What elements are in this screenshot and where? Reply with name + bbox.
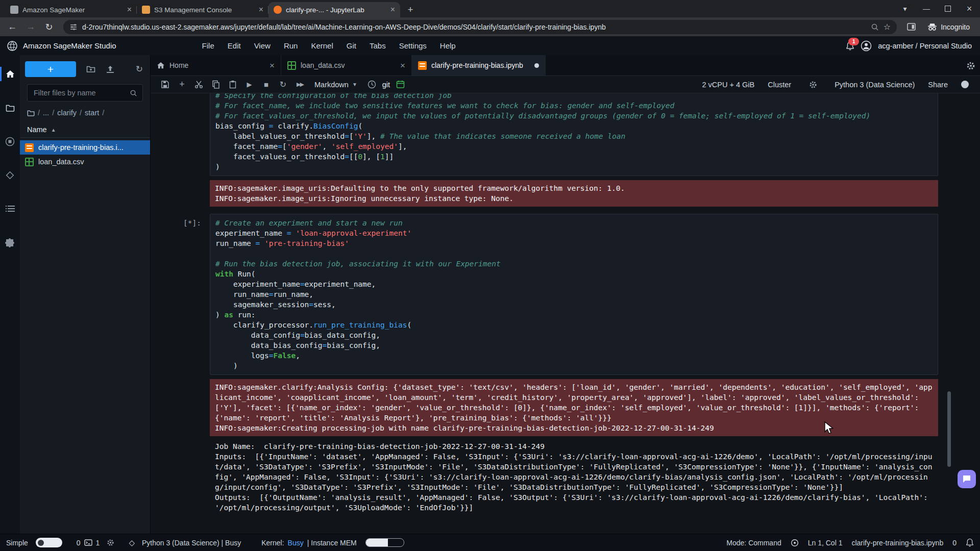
browser-tab-amazon-sagemaker[interactable]: Amazon SageMaker × [5,2,137,17]
studio-menubar: Amazon SageMaker Studio File Edit View R… [0,36,980,55]
filter-files-input[interactable] [33,88,126,97]
name-column-header[interactable]: Name [27,126,47,134]
doc-tab-loan-data-csv[interactable]: loan_data.csv × [281,55,412,76]
extensions-puzzle-icon[interactable] [5,237,16,248]
share-button[interactable]: Share [928,81,948,89]
tab-search-chevron-icon[interactable]: ▾ [894,0,916,17]
file-browser-icon[interactable] [5,102,16,113]
close-window-button[interactable]: × [959,0,980,17]
menu-view[interactable]: View [248,41,277,50]
stop-kernel-button[interactable]: ■ [258,76,275,93]
close-tab-icon[interactable]: × [400,61,405,70]
simple-mode-toggle[interactable] [36,538,62,547]
address-bar[interactable]: d-2rou7thinqlw.studio.us-east-2.sagemake… [63,20,897,34]
browser-tabs: Amazon SageMaker × S3 Management Console… [0,2,418,17]
browser-tab-s3-console[interactable]: S3 Management Console × [137,2,268,17]
table-of-contents-icon[interactable] [5,203,16,214]
code-cell-editor[interactable]: # Specify the configuration of the bias … [210,93,938,176]
folder-icon[interactable] [27,110,35,116]
maximize-icon [945,6,951,12]
gear-icon[interactable] [804,81,821,89]
notifications-bell-icon[interactable]: 1 [846,41,854,51]
file-row-csv[interactable]: loan_data.csv [20,155,150,169]
file-row-notebook[interactable]: clarify-pre-training-bias.i... [20,140,150,155]
close-tab-icon[interactable]: × [127,6,132,14]
zoom-icon[interactable] [871,23,879,31]
cell-type-dropdown[interactable]: Markdown ▼ [314,81,357,89]
doc-tab-notebook[interactable]: clarify-pre-training-bias.ipynb [412,55,546,76]
user-avatar-icon[interactable] [861,40,872,52]
notifications-count[interactable]: 0 [952,539,957,547]
git-icon[interactable] [5,169,16,181]
mode-indicator[interactable]: Mode: Command [726,539,781,547]
menu-kernel[interactable]: Kernel [304,41,339,50]
restart-run-all-button[interactable]: ▶▶ [291,76,308,93]
notification-count-badge: 1 [848,38,859,45]
doc-tab-home[interactable]: Home × [151,55,281,76]
doc-tab-label: clarify-pre-training-bias.ipynb [431,61,530,69]
new-launcher-button[interactable]: + [25,61,76,77]
restart-kernel-button[interactable]: ↻ [275,76,291,93]
bell-icon[interactable] [966,538,974,547]
site-info-tune-icon[interactable] [69,23,78,31]
run-cell-button[interactable]: ▶ [241,76,258,93]
save-button[interactable] [157,76,174,93]
copy-cells-button[interactable] [207,76,224,93]
menu-run[interactable]: Run [277,41,305,50]
upload-icon[interactable] [106,65,115,73]
notebook-scrollbar-thumb[interactable] [947,391,951,467]
file-list-header[interactable]: Name ▲ [20,122,150,138]
menu-git[interactable]: Git [340,41,363,50]
reload-button[interactable]: ↻ [41,19,57,35]
forward-button[interactable]: → [22,19,39,35]
url-text[interactable]: d-2rou7thinqlw.studio.us-east-2.sagemake… [82,23,866,31]
cursor-position[interactable]: Ln 1, Col 1 [808,539,843,547]
home-icon[interactable] [5,68,16,80]
insert-cell-button[interactable]: + [174,76,190,93]
menu-file[interactable]: File [195,41,221,50]
instance-resources-label[interactable]: 2 vCPU + 4 GiB [702,81,754,89]
paste-cells-button[interactable] [224,76,241,93]
breadcrumb-ellipsis[interactable]: ... [43,109,49,117]
gear-icon[interactable] [107,539,114,546]
minimize-button[interactable]: — [916,0,937,17]
chat-assistant-fab[interactable] [958,470,976,488]
kernel-status-label[interactable]: Python 3 (Data Science) | Busy [142,539,241,547]
file-browser-panel: + ↻ / ... / clarify / start / [20,55,151,534]
breadcrumb-start[interactable]: start [85,109,99,117]
breadcrumb-clarify[interactable]: clarify [57,109,77,117]
refresh-icon[interactable]: ↻ [136,64,143,74]
panel-settings-gear-icon[interactable] [966,61,975,70]
new-folder-icon[interactable] [86,65,95,73]
new-tab-button[interactable]: + [403,3,418,17]
close-tab-icon[interactable]: × [259,6,263,14]
menu-settings[interactable]: Settings [393,41,433,50]
kernel-busy-indicator[interactable] [961,81,969,88]
clock-icon[interactable] [363,76,380,93]
cell-output-stderr: INFO:sagemaker.image_uris:Defaulting to … [210,180,938,207]
git-label[interactable]: git [382,81,390,89]
maximize-button[interactable] [937,0,959,17]
chat-bubble-icon [962,474,971,484]
user-name[interactable]: acg-amber / Personal Studio [878,42,972,50]
browser-tab-jupyterlab[interactable]: clarify-pre-... - JupyterLab × [268,2,400,17]
close-tab-icon[interactable]: × [390,6,395,14]
kernels-count: 0 [77,539,81,547]
menu-tabs[interactable]: Tabs [363,41,393,50]
menu-edit[interactable]: Edit [221,41,248,50]
terminal-icon [84,539,92,546]
close-tab-icon[interactable]: × [270,61,275,70]
studio-brand: Amazon SageMaker Studio [23,41,116,50]
schedule-notebook-icon[interactable] [392,76,409,93]
menu-help[interactable]: Help [433,41,462,50]
code-cell-editor[interactable]: # Create an experiment and start a new r… [210,214,938,375]
kernel-sessions-count[interactable]: 0 1 [77,539,100,547]
running-terminals-icon[interactable] [5,136,16,147]
bookmark-star-icon[interactable]: ☆ [884,22,891,32]
split-screen-icon[interactable] [903,19,919,35]
kernel-name-label[interactable]: Python 3 (Data Science) [835,81,915,89]
back-button[interactable]: ← [4,19,20,35]
active-file-name[interactable]: clarify-pre-training-bias.ipynb [851,539,943,547]
cluster-label[interactable]: Cluster [768,81,791,89]
cut-cells-button[interactable] [190,76,207,93]
